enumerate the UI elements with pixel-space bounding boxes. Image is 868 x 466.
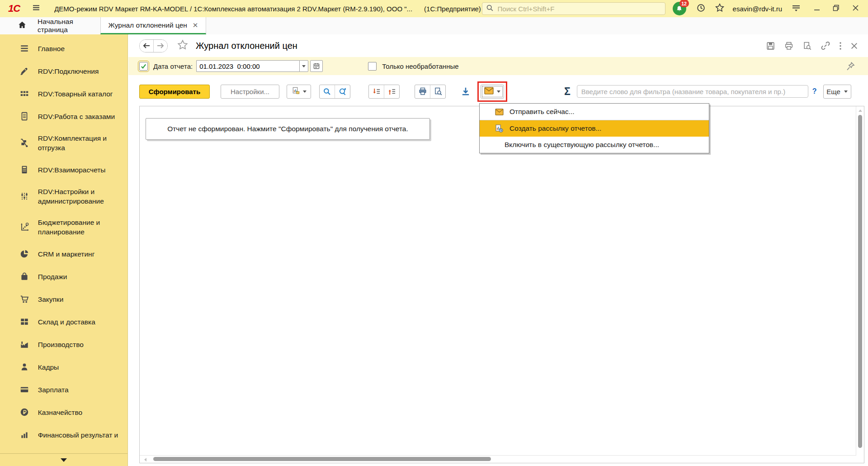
bank-card-icon bbox=[19, 384, 30, 395]
quick-filter-input[interactable] bbox=[577, 85, 808, 98]
sidebar-item-treasury[interactable]: Казначейство bbox=[0, 401, 127, 423]
global-search-box[interactable] bbox=[482, 2, 665, 15]
favorite-star-icon[interactable] bbox=[177, 39, 189, 52]
print-preview-button[interactable] bbox=[430, 85, 445, 98]
sidebar-item-warehouse[interactable]: Склад и доставка bbox=[0, 310, 127, 333]
factory-icon bbox=[19, 339, 30, 350]
menu-item-label: Отправить сейчас... bbox=[509, 108, 575, 116]
sidebar-item-rdv-connections[interactable]: RDV:Подключения bbox=[0, 60, 127, 82]
report-variants-button[interactable] bbox=[287, 85, 311, 99]
tab-home-page[interactable]: Начальная страница bbox=[0, 17, 100, 34]
service-menu-icon[interactable] bbox=[791, 3, 801, 14]
report-form: Журнал отклонений цен Дата отчета: bbox=[128, 34, 868, 466]
horizontal-scroll-thumb[interactable] bbox=[153, 457, 491, 461]
print-icon[interactable] bbox=[784, 41, 794, 51]
tab-active-label: Журнал отклонений цен bbox=[108, 21, 187, 29]
sidebar-item-hr[interactable]: Кадры bbox=[0, 356, 127, 378]
main-menu-burger-icon[interactable] bbox=[32, 3, 41, 14]
minimize-button[interactable] bbox=[814, 5, 820, 13]
preview-icon[interactable] bbox=[802, 41, 812, 51]
tab-bar: Начальная страница Журнал отклонений цен… bbox=[0, 17, 868, 35]
sidebar-item-rdv-admin[interactable]: RDV:Настройки и администрирование bbox=[0, 181, 127, 212]
generate-button[interactable]: Сформировать bbox=[139, 85, 210, 99]
send-report-dropdown-menu: Отправить сейчас... Создать рассылку отч… bbox=[479, 103, 709, 153]
sidebar-item-crm[interactable]: CRM и маркетинг bbox=[0, 243, 127, 265]
chevron-down-icon bbox=[303, 90, 307, 93]
chevron-down-icon bbox=[497, 90, 500, 93]
sidebar-item-label: RDV:Взаиморасчеты bbox=[38, 165, 127, 175]
totals-sigma-icon[interactable]: Σ bbox=[564, 86, 571, 97]
back-button[interactable] bbox=[140, 40, 153, 52]
envelope-icon bbox=[494, 109, 505, 115]
tab-close-icon[interactable]: ✕ bbox=[193, 22, 198, 29]
send-by-email-button[interactable] bbox=[481, 85, 504, 99]
save-icon[interactable] bbox=[766, 41, 775, 51]
shopping-cart-icon bbox=[19, 294, 30, 304]
tab-price-deviation-journal[interactable]: Журнал отклонений цен ✕ bbox=[100, 17, 206, 34]
report-variant-icon bbox=[292, 86, 300, 96]
help-button[interactable]: ? bbox=[812, 87, 817, 95]
sidebar-item-purchases[interactable]: Закупки bbox=[0, 288, 127, 310]
sidebar-item-production[interactable]: Производство bbox=[0, 333, 127, 356]
date-filter-checkbox[interactable] bbox=[139, 62, 148, 71]
notifications-button[interactable]: 12 bbox=[673, 1, 687, 16]
find-next-button[interactable] bbox=[335, 85, 350, 98]
horizontal-scrollbar[interactable] bbox=[140, 455, 856, 463]
sidebar-item-rdv-shipping[interactable]: RDV:Комплектация и отгрузка bbox=[0, 128, 127, 158]
warehouse-boxes-icon bbox=[19, 316, 30, 327]
order-document-icon bbox=[19, 111, 30, 122]
sidebar-item-salary[interactable]: Зарплата bbox=[0, 378, 127, 401]
find-button[interactable] bbox=[320, 85, 335, 98]
calendar-button[interactable] bbox=[310, 60, 323, 72]
sidebar-item-financial-result[interactable]: Финансовый результат и bbox=[0, 423, 127, 446]
get-link-icon[interactable] bbox=[821, 41, 830, 51]
date-dropdown-button[interactable] bbox=[299, 60, 308, 72]
sidebar-item-label: RDV:Подключения bbox=[38, 67, 127, 76]
sidebar-item-label: Закупки bbox=[38, 295, 127, 304]
sliders-icon bbox=[19, 191, 30, 202]
report-result-area: Отчет не сформирован. Нажмите "Сформиров… bbox=[139, 106, 864, 463]
sidebar-item-sales[interactable]: Продажи bbox=[0, 265, 127, 288]
pin-icon[interactable] bbox=[845, 61, 856, 74]
forward-button[interactable] bbox=[153, 40, 167, 52]
sidebar-scroll-down-button[interactable] bbox=[0, 453, 127, 466]
sidebar-item-budgeting[interactable]: Бюджетирование и планирование bbox=[0, 212, 127, 243]
favorites-star-icon[interactable] bbox=[715, 3, 725, 14]
sidebar-item-rdv-orders[interactable]: RDV:Работа с заказами bbox=[0, 105, 127, 128]
planning-chart-icon bbox=[19, 222, 30, 233]
menu-lines-icon bbox=[19, 43, 30, 54]
user-account-button[interactable]: esavin@rdv-it.ru bbox=[733, 5, 782, 13]
more-actions-button[interactable]: Еще bbox=[823, 85, 851, 99]
restore-button[interactable] bbox=[833, 5, 840, 13]
only-unprocessed-checkbox[interactable] bbox=[368, 62, 377, 71]
save-result-button[interactable] bbox=[458, 86, 473, 96]
menu-item-send-now[interactable]: Отправить сейчас... bbox=[480, 104, 709, 120]
ruble-circle-icon bbox=[19, 407, 30, 418]
envelope-icon bbox=[484, 87, 494, 96]
history-icon[interactable] bbox=[696, 3, 706, 14]
collapse-all-button[interactable] bbox=[384, 85, 399, 98]
vertical-scroll-thumb[interactable] bbox=[858, 115, 862, 448]
sidebar-item-rdv-settlements[interactable]: RDV:Взаиморасчеты bbox=[0, 158, 127, 181]
expand-all-button[interactable] bbox=[369, 85, 384, 98]
page-title: Журнал отклонений цен bbox=[196, 41, 297, 51]
more-kebab-icon[interactable] bbox=[839, 41, 842, 51]
close-form-icon[interactable] bbox=[850, 42, 858, 50]
global-search-input[interactable] bbox=[497, 5, 661, 13]
scroll-left-arrow[interactable] bbox=[144, 458, 146, 461]
sidebar-item-label: RDV:Товарный каталог bbox=[38, 89, 127, 99]
close-window-button[interactable] bbox=[852, 5, 859, 13]
scroll-up-arrow[interactable] bbox=[859, 109, 862, 112]
expand-collapse-group bbox=[368, 85, 400, 99]
settings-button[interactable]: Настройки... bbox=[221, 85, 279, 99]
menu-item-create-mailing[interactable]: Создать рассылку отчетов... bbox=[480, 120, 709, 137]
sidebar-item-main[interactable]: Главное bbox=[0, 37, 127, 60]
report-header: Журнал отклонений цен bbox=[128, 34, 868, 57]
menu-item-include-in-mailing[interactable]: Включить в существующую рассылку отчетов… bbox=[480, 137, 709, 153]
sidebar-item-label: Финансовый результат и bbox=[38, 430, 127, 440]
shopping-bag-icon bbox=[19, 271, 30, 282]
sidebar-item-rdv-catalog[interactable]: RDV:Товарный каталог bbox=[0, 82, 127, 105]
report-date-input[interactable] bbox=[196, 60, 299, 72]
vertical-scrollbar[interactable] bbox=[856, 106, 864, 456]
print-button[interactable] bbox=[415, 85, 430, 98]
